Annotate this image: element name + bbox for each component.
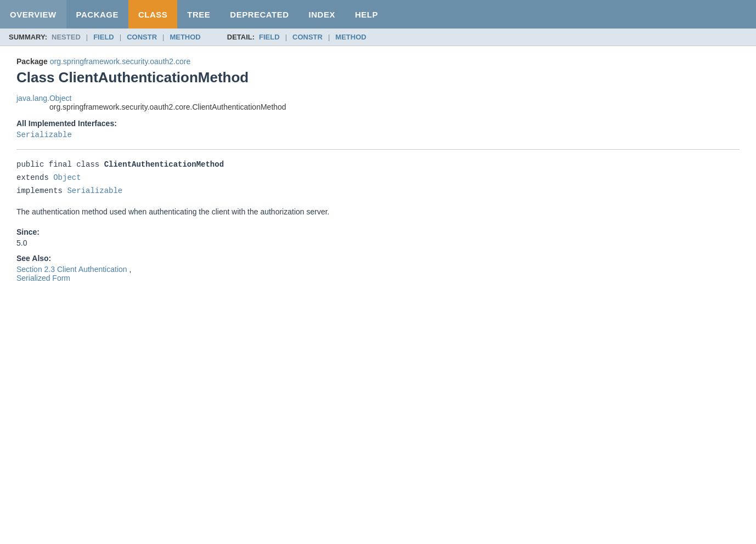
see-also-link-1[interactable]: Section 2.3 Client Authentication xyxy=(16,265,127,274)
det-sep1: | xyxy=(285,33,287,41)
nav-class[interactable]: CLASS xyxy=(128,0,177,29)
detail-constr[interactable]: CONSTR xyxy=(292,33,323,41)
see-also-line-2: Serialized Form xyxy=(16,274,740,282)
detail-field[interactable]: FIELD xyxy=(259,33,280,41)
summary-section: SUMMARY: NESTED | FIELD | CONSTR | METHO… xyxy=(9,33,201,41)
serializable-link-2[interactable]: Serializable xyxy=(67,186,122,195)
summary-label: SUMMARY: xyxy=(9,33,47,41)
sep2: | xyxy=(120,33,121,41)
code-classname: ClientAuthenticationMethod xyxy=(104,160,224,169)
package-link[interactable]: org.springframework.security.oauth2.core xyxy=(50,57,191,66)
package-label-text: Package xyxy=(16,57,48,66)
class-description: The authentication method used when auth… xyxy=(16,206,740,218)
code-line-3: implements Serializable xyxy=(16,185,740,198)
class-title: Class ClientAuthenticationMethod xyxy=(16,69,740,86)
package-line: Package org.springframework.security.oau… xyxy=(16,57,740,66)
nav-package[interactable]: PACKAGE xyxy=(66,0,128,29)
det-sep2: | xyxy=(328,33,330,41)
parent-link[interactable]: java.lang.Object xyxy=(16,94,71,103)
top-nav: OVERVIEW PACKAGE CLASS TREE DEPRECATED I… xyxy=(0,0,756,29)
divider xyxy=(16,149,740,150)
sep1: | xyxy=(86,33,88,41)
since-value: 5.0 xyxy=(16,239,740,247)
nav-deprecated[interactable]: DEPRECATED xyxy=(220,0,298,29)
since-section: Since: 5.0 xyxy=(16,228,740,247)
detail-section: DETAIL: FIELD | CONSTR | METHOD xyxy=(227,33,366,41)
parent-class: java.lang.Object xyxy=(16,94,740,103)
summary-constr[interactable]: CONSTR xyxy=(127,33,157,41)
nav-overview[interactable]: OVERVIEW xyxy=(0,0,66,29)
interfaces-section: All Implemented Interfaces: Serializable xyxy=(16,119,740,139)
main-content: Package org.springframework.security.oau… xyxy=(0,46,756,300)
sep3: | xyxy=(162,33,164,41)
summary-method[interactable]: METHOD xyxy=(170,33,200,41)
detail-label: DETAIL: xyxy=(227,33,255,41)
code-line-2: extends Object xyxy=(16,172,740,185)
code-block: public final class ClientAuthenticationM… xyxy=(16,158,740,197)
see-also-label: See Also: xyxy=(16,254,740,263)
see-also-section: See Also: Section 2.3 Client Authenticat… xyxy=(16,254,740,282)
see-also-link-2[interactable]: Serialized Form xyxy=(16,274,70,282)
detail-method[interactable]: METHOD xyxy=(335,33,366,41)
see-also-line-1: Section 2.3 Client Authentication , xyxy=(16,265,740,274)
child-class: org.springframework.security.oauth2.core… xyxy=(16,103,740,111)
code-implements: implements xyxy=(16,186,67,195)
serializable-link[interactable]: Serializable xyxy=(16,131,72,139)
nav-help[interactable]: HELP xyxy=(345,0,388,29)
interfaces-label: All Implemented Interfaces: xyxy=(16,119,740,128)
summary-nested: NESTED xyxy=(52,33,81,41)
code-line-1: public final class ClientAuthenticationM… xyxy=(16,158,740,172)
nav-tree[interactable]: TREE xyxy=(177,0,220,29)
see-also-links: Section 2.3 Client Authentication , Seri… xyxy=(16,265,740,282)
summary-bar: SUMMARY: NESTED | FIELD | CONSTR | METHO… xyxy=(0,29,756,46)
code-keyword-1: public final class xyxy=(16,160,104,169)
see-also-suffix-1: , xyxy=(127,265,132,274)
inheritance-tree: java.lang.Object org.springframework.sec… xyxy=(16,94,740,111)
code-extends: extends xyxy=(16,173,53,182)
summary-field[interactable]: FIELD xyxy=(93,33,114,41)
object-link[interactable]: Object xyxy=(53,173,81,182)
nav-index[interactable]: INDEX xyxy=(299,0,345,29)
since-label: Since: xyxy=(16,228,740,236)
